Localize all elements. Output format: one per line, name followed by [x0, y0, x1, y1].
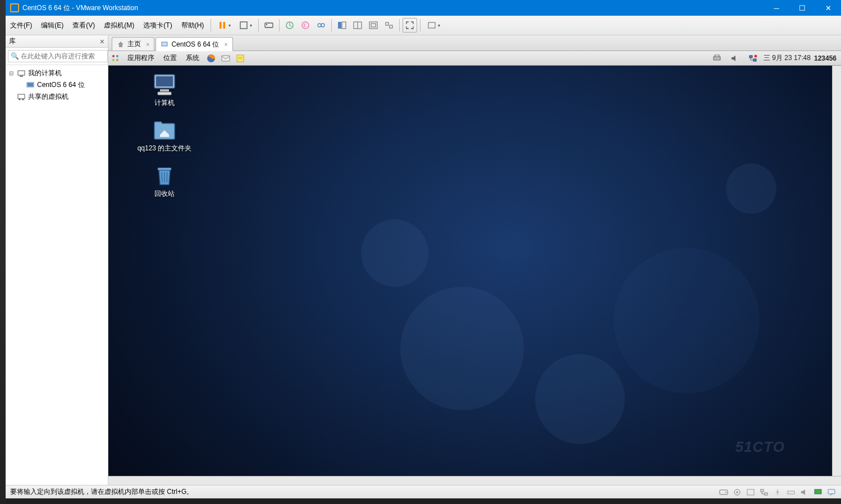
svg-rect-43: [158, 92, 171, 95]
note-icon[interactable]: [234, 52, 246, 65]
svg-rect-56: [815, 489, 821, 494]
menu-view[interactable]: 查看(V): [68, 16, 99, 35]
library-header: 库 ×: [6, 35, 108, 48]
folder-home-icon: [152, 119, 177, 141]
svg-point-29: [116, 59, 118, 61]
svg-rect-9: [338, 22, 341, 29]
os-taskbar-peek: [0, 498, 841, 504]
tree-my-computer[interactable]: ⊟ 我的计算机: [6, 67, 108, 79]
vertical-scrollbar[interactable]: [832, 66, 841, 476]
snapshot-button[interactable]: [282, 18, 297, 33]
expander-icon[interactable]: [8, 94, 15, 100]
stretch-guest-button[interactable]: ▾: [423, 18, 444, 33]
maximize-button[interactable]: ☐: [789, 0, 815, 16]
pause-button[interactable]: ▾: [214, 18, 234, 33]
view-console-button[interactable]: [335, 18, 349, 33]
svg-rect-22: [18, 94, 25, 99]
guest-menu-system[interactable]: 系统: [181, 53, 204, 63]
svg-point-51: [737, 491, 738, 493]
menubar: 文件(F) 编辑(E) 查看(V) 虚拟机(M) 选项卡(T) 帮助(H) ▾ …: [6, 16, 841, 35]
watermark: 51CTO: [735, 438, 785, 456]
svg-rect-36: [715, 55, 719, 57]
desktop-icons: 计算机 qq123 的主文件夹 回收站: [131, 74, 198, 210]
tab-home[interactable]: 主页 ×: [112, 37, 154, 51]
menu-tabs[interactable]: 选项卡(T): [139, 16, 176, 35]
power-dropdown-button[interactable]: ▾: [235, 18, 255, 33]
menu-vm[interactable]: 虚拟机(M): [99, 16, 139, 35]
svg-rect-55: [788, 491, 794, 494]
send-ctrl-alt-del-button[interactable]: [262, 18, 276, 33]
svg-rect-4: [266, 24, 267, 25]
view-quick-switch-button[interactable]: [350, 18, 365, 33]
guest-menu-places[interactable]: 位置: [159, 53, 181, 63]
statusbar: 要将输入定向到该虚拟机，请在虚拟机内部单击或按 Ctrl+G。: [6, 485, 841, 498]
menu-file[interactable]: 文件(F): [6, 16, 36, 35]
display-status-icon[interactable]: [813, 488, 823, 497]
svg-rect-18: [18, 71, 25, 75]
svg-rect-31: [222, 56, 230, 61]
printer-status-icon[interactable]: [786, 488, 796, 497]
cd-status-icon[interactable]: [732, 488, 742, 497]
tree-shared-vms[interactable]: 共享的虚拟机: [6, 91, 108, 103]
expander-icon[interactable]: ⊟: [8, 70, 15, 76]
enter-fullscreen-button[interactable]: [403, 18, 417, 33]
tree-vm-centos[interactable]: CentOS 6 64 位: [6, 79, 108, 91]
usb-status-icon[interactable]: [773, 488, 783, 497]
menu-edit[interactable]: 编辑(E): [36, 16, 68, 35]
tree-label: 共享的虚拟机: [28, 92, 68, 102]
svg-rect-19: [20, 76, 23, 77]
computer-icon: [152, 74, 177, 96]
status-hint: 要将输入定向到该虚拟机，请在虚拟机内部单击或按 Ctrl+G。: [10, 487, 193, 497]
view-fullscreen-button[interactable]: [366, 18, 381, 33]
network-tray-icon[interactable]: [747, 52, 759, 65]
svg-point-24: [22, 98, 24, 100]
guest-desktop[interactable]: 应用程序 位置 系统 三 9月 23 17:48 123456 计算机: [108, 51, 841, 485]
library-tree: ⊟ 我的计算机 CentOS 6 64 位 共享的虚拟机: [6, 65, 108, 485]
floppy-status-icon[interactable]: [746, 488, 756, 497]
hdd-status-icon[interactable]: [719, 488, 729, 497]
printer-tray-icon[interactable]: [711, 52, 723, 65]
tab-vm-centos[interactable]: CentOS 6 64 位 ×: [156, 37, 232, 51]
snapshot-manager-button[interactable]: [314, 18, 328, 33]
separator: [279, 19, 280, 31]
close-button[interactable]: ✕: [815, 0, 841, 16]
wallpaper-bokeh: [361, 219, 428, 287]
library-close-button[interactable]: ×: [100, 37, 104, 46]
tab-close-button[interactable]: ×: [146, 41, 149, 48]
guest-clock[interactable]: 三 9月 23 17:48: [764, 53, 811, 63]
svg-rect-2: [240, 22, 247, 29]
library-search-input[interactable]: [8, 50, 108, 62]
desktop-icon-home[interactable]: qq123 的主文件夹: [131, 119, 198, 153]
volume-tray-icon[interactable]: [729, 52, 741, 65]
firefox-icon[interactable]: [205, 52, 217, 65]
app-icon: [10, 3, 19, 12]
svg-rect-21: [28, 83, 33, 86]
tab-close-button[interactable]: ×: [224, 41, 227, 48]
separator: [420, 19, 420, 31]
sound-status-icon[interactable]: [799, 488, 810, 497]
desktop-icon-trash[interactable]: 回收站: [131, 164, 198, 199]
guest-top-panel: 应用程序 位置 系统 三 9月 23 17:48 123456: [108, 51, 841, 66]
svg-rect-14: [371, 24, 376, 27]
view-unity-button[interactable]: [382, 18, 396, 33]
guest-user-label[interactable]: 123456: [814, 54, 837, 62]
network-status-icon[interactable]: [759, 488, 769, 497]
gnome-menu-icon[interactable]: [109, 52, 122, 65]
minimize-button[interactable]: ─: [764, 0, 789, 16]
horizontal-scrollbar[interactable]: [108, 476, 841, 485]
desktop-icon-computer[interactable]: 计算机: [131, 74, 198, 108]
svg-rect-16: [390, 25, 392, 28]
svg-rect-25: [162, 42, 167, 46]
svg-rect-42: [160, 89, 169, 91]
svg-rect-1: [223, 22, 226, 29]
guest-menu-applications[interactable]: 应用程序: [123, 53, 159, 63]
snapshot-revert-button[interactable]: [298, 18, 313, 33]
svg-rect-13: [369, 22, 377, 29]
computer-icon: [17, 70, 26, 77]
message-status-icon[interactable]: [826, 488, 837, 497]
svg-rect-52: [747, 489, 754, 495]
menu-help[interactable]: 帮助(H): [177, 16, 209, 35]
tree-label: CentOS 6 64 位: [37, 80, 85, 90]
svg-rect-32: [237, 55, 244, 62]
mail-icon[interactable]: [220, 52, 232, 65]
